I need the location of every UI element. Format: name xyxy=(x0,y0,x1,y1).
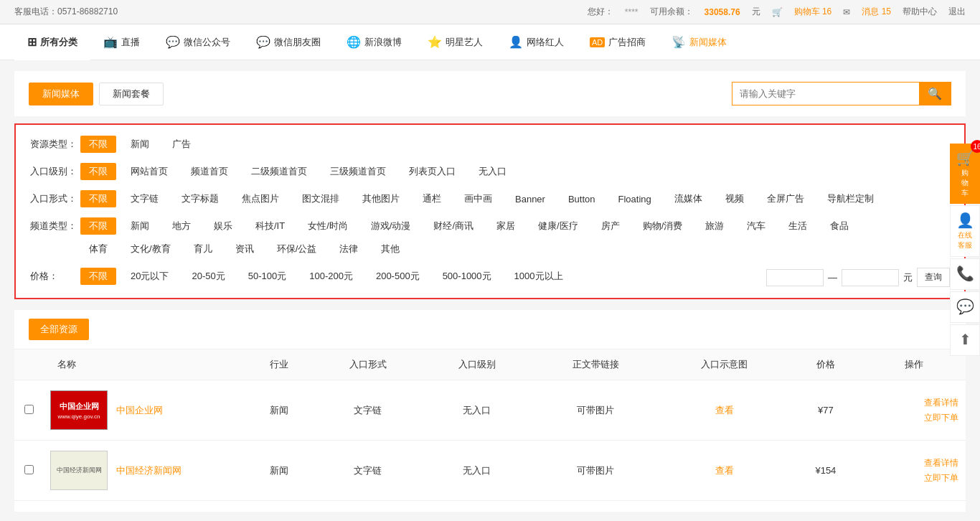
resource-type-news[interactable]: 新闻 xyxy=(122,136,158,153)
price-50-100[interactable]: 50-100元 xyxy=(240,268,295,285)
entry-form-focus-image[interactable]: 焦点图片 xyxy=(233,190,288,207)
channel-type-environment[interactable]: 环保/公益 xyxy=(268,240,326,258)
help-link[interactable]: 帮助中心 xyxy=(903,6,937,18)
msg-link[interactable]: 消息 15 xyxy=(862,6,891,18)
nav-item-wechat-pub[interactable]: 💬 微信公众号 xyxy=(153,24,243,60)
results-table: 名称 行业 入口形式 入口级别 正文带链接 入口示意图 价格 操作 xyxy=(14,349,966,501)
row2-view-detail[interactable]: 查看详情 xyxy=(924,457,958,469)
price-200-500[interactable]: 200-500元 xyxy=(367,268,428,285)
channel-type-estate[interactable]: 房产 xyxy=(593,217,628,235)
entry-form-other-image[interactable]: 其他图片 xyxy=(354,190,408,207)
channel-type-culture[interactable]: 文化/教育 xyxy=(122,240,179,258)
price-over1000[interactable]: 1000元以上 xyxy=(506,268,572,285)
entry-level-second-channel[interactable]: 二级频道首页 xyxy=(242,163,316,180)
entry-form-fullscreen[interactable]: 全屏广告 xyxy=(758,190,813,207)
nav-item-ads[interactable]: AD 广告招商 xyxy=(577,24,659,60)
nav-item-wechat-moments[interactable]: 💬 微信朋友圈 xyxy=(243,24,334,60)
row1-view-btn[interactable]: 查看 xyxy=(715,405,734,416)
all-resources-button[interactable]: 全部资源 xyxy=(29,319,89,340)
price-range: — 元 查询 xyxy=(766,268,950,287)
search-button[interactable]: 🔍 xyxy=(919,83,951,105)
entry-level-website-home[interactable]: 网站首页 xyxy=(122,163,176,180)
float-phone[interactable]: 📞 xyxy=(950,258,980,290)
entry-form-streaming[interactable]: 流媒体 xyxy=(666,190,711,207)
row1-order-now[interactable]: 立即下单 xyxy=(924,412,958,424)
price-20-50[interactable]: 20-50元 xyxy=(183,268,233,285)
channel-type-finance[interactable]: 财经/商讯 xyxy=(425,217,482,235)
float-service[interactable]: 👤 在线客服 xyxy=(950,205,980,257)
row1-entry-form: 文字链 xyxy=(314,380,423,441)
resource-type-unlimited[interactable]: 不限 xyxy=(80,136,116,153)
row1-site-name[interactable]: 中国企业网 xyxy=(116,404,163,417)
price-500-1000[interactable]: 500-1000元 xyxy=(434,268,500,285)
price-unlimited[interactable]: 不限 xyxy=(80,268,116,285)
channel-type-local[interactable]: 地方 xyxy=(164,217,199,235)
price-under20[interactable]: 20元以下 xyxy=(122,268,177,285)
cart-link[interactable]: 购物车 16 xyxy=(794,6,832,18)
channel-type-tech[interactable]: 科技/IT xyxy=(247,217,293,235)
row2-view-btn[interactable]: 查看 xyxy=(715,465,734,476)
channel-type-unlimited[interactable]: 不限 xyxy=(80,217,116,235)
resource-type-ad[interactable]: 广告 xyxy=(164,136,199,153)
channel-type-parenting[interactable]: 育儿 xyxy=(185,240,221,258)
entry-form-pass[interactable]: 通栏 xyxy=(414,190,450,207)
nav-item-weibo[interactable]: 🌐 新浪微博 xyxy=(334,24,415,60)
resource-type-label: 资源类型： xyxy=(30,136,80,151)
channel-type-entertainment[interactable]: 娱乐 xyxy=(205,217,241,235)
channel-type-law[interactable]: 法律 xyxy=(331,240,367,258)
float-cart[interactable]: 16 🛒 购物车 xyxy=(950,144,980,204)
channel-type-shopping[interactable]: 购物/消费 xyxy=(634,217,692,235)
channel-type-sports[interactable]: 体育 xyxy=(80,240,116,258)
filter-row-resource-type: 资源类型： 不限 新闻 广告 xyxy=(30,136,950,153)
entry-level-unlimited[interactable]: 不限 xyxy=(80,163,116,180)
entry-form-text-title[interactable]: 文字标题 xyxy=(173,190,227,207)
channel-type-fashion[interactable]: 女性/时尚 xyxy=(299,217,357,235)
entry-level-third-channel[interactable]: 三级频道首页 xyxy=(321,163,395,180)
channel-type-travel[interactable]: 旅游 xyxy=(697,217,732,235)
nav-item-news-media[interactable]: 📡 新闻媒体 xyxy=(659,24,740,60)
row2-site-name[interactable]: 中国经济新闻网 xyxy=(116,464,182,477)
entry-form-video[interactable]: 视频 xyxy=(717,190,753,207)
channel-type-anime[interactable]: 游戏/动漫 xyxy=(362,217,420,235)
entry-form-banner[interactable]: Banner xyxy=(507,192,554,207)
nav-item-kol[interactable]: 👤 网络红人 xyxy=(496,24,577,60)
entry-form-floating[interactable]: Floating xyxy=(610,192,660,207)
float-wechat[interactable]: 💬 xyxy=(950,291,980,323)
channel-type-life[interactable]: 生活 xyxy=(780,217,816,235)
channel-type-health[interactable]: 健康/医疗 xyxy=(529,217,587,235)
row1-view-detail[interactable]: 查看详情 xyxy=(924,397,958,409)
tab-news-package[interactable]: 新闻套餐 xyxy=(99,83,164,105)
price-min-input[interactable] xyxy=(766,269,824,286)
price-100-200[interactable]: 100-200元 xyxy=(301,268,362,285)
entry-form-nav-custom[interactable]: 导航栏定制 xyxy=(819,190,882,207)
channel-type-car[interactable]: 汽车 xyxy=(738,217,774,235)
entry-form-button[interactable]: Button xyxy=(560,192,604,207)
nav-item-live[interactable]: 📺 直播 xyxy=(90,24,153,60)
filter-row-channel-type: 频道类型： 不限 新闻 地方 娱乐 科技/IT 女性/时尚 游戏/动漫 财经/商… xyxy=(30,217,950,258)
logout-link[interactable]: 退出 xyxy=(948,6,966,18)
entry-form-unlimited[interactable]: 不限 xyxy=(80,190,116,207)
row1-checkbox[interactable] xyxy=(24,405,34,414)
nav-item-all-cats[interactable]: ⊞ 所有分类 xyxy=(14,24,90,60)
row2-checkbox[interactable] xyxy=(24,465,34,474)
entry-level-channel-home[interactable]: 频道首页 xyxy=(182,163,237,180)
channel-type-food[interactable]: 食品 xyxy=(821,217,857,235)
channel-type-info[interactable]: 资讯 xyxy=(227,240,263,258)
row2-order-now[interactable]: 立即下单 xyxy=(924,472,958,484)
float-upload[interactable]: ⬆ xyxy=(950,324,980,356)
channel-type-news[interactable]: 新闻 xyxy=(122,217,158,235)
entry-level-none[interactable]: 无入口 xyxy=(470,163,515,180)
channel-type-home[interactable]: 家居 xyxy=(488,217,524,235)
channel-type-other[interactable]: 其他 xyxy=(372,240,408,258)
entry-form-text-link[interactable]: 文字链 xyxy=(122,190,167,207)
greeting: 您好： xyxy=(588,6,613,18)
tab-news-media[interactable]: 新闻媒体 xyxy=(29,83,93,105)
entry-form-draw-in-image[interactable]: 画中画 xyxy=(456,190,501,207)
entry-form-mixed-image[interactable]: 图文混排 xyxy=(293,190,348,207)
price-query-button[interactable]: 查询 xyxy=(917,268,950,287)
price-max-input[interactable] xyxy=(842,269,899,286)
entry-level-list[interactable]: 列表页入口 xyxy=(400,163,464,180)
search-input[interactable] xyxy=(732,84,919,103)
nav-item-celebrity[interactable]: ⭐ 明星艺人 xyxy=(415,24,496,60)
table-row: 中国企业网 www.qiye.gov.cn 中国企业网 新闻 文字链 无入口 可… xyxy=(14,380,966,441)
